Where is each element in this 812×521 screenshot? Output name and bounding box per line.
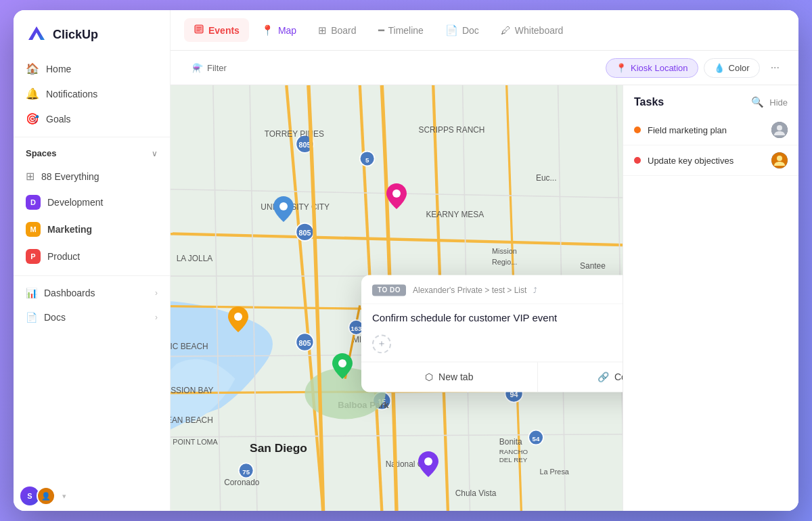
svg-text:54: 54 xyxy=(533,435,540,443)
sidebar-item-development[interactable]: D Development xyxy=(19,189,164,216)
filter-button[interactable]: ⚗️ Filter xyxy=(184,59,235,77)
space-item-label: Marketing xyxy=(47,224,92,235)
svg-text:Bonita: Bonita xyxy=(499,437,522,447)
sidebar-item-product[interactable]: P Product xyxy=(19,243,164,270)
map-pin-purple[interactable] xyxy=(418,451,438,477)
sidebar-item-dashboards[interactable]: 📊 Dashboards › xyxy=(19,281,164,304)
new-tab-label: New tab xyxy=(438,371,473,382)
task-item[interactable]: Field marketing plan xyxy=(623,115,798,145)
sidebar-item-marketing[interactable]: M Marketing xyxy=(19,216,164,243)
tab-board[interactable]: ⊞ Board xyxy=(309,19,365,42)
sidebar-item-goals[interactable]: 🎯 Goals xyxy=(19,106,164,131)
svg-text:805: 805 xyxy=(298,229,311,237)
svg-text:MISSION BAY: MISSION BAY xyxy=(171,386,214,395)
header-tabs: Events 📍 Map ⊞ Board ━ Timeline 📄 Doc 🖊 … xyxy=(171,10,798,51)
popup-assign: ＋ xyxy=(361,332,623,361)
sidebar-item-notifications[interactable]: 🔔 Notifications xyxy=(19,81,164,106)
svg-text:PACIFIC BEACH: PACIFIC BEACH xyxy=(171,342,208,351)
svg-text:SCRIPPS RANCH: SCRIPPS RANCH xyxy=(419,125,485,135)
sidebar-item-home[interactable]: 🏠 Home xyxy=(19,56,164,81)
space-badge-d: D xyxy=(26,195,41,210)
svg-text:LA JOLLA: LA JOLLA xyxy=(177,254,213,263)
map-pin-orange[interactable] xyxy=(228,307,248,332)
sidebar-item-docs[interactable]: 📄 Docs › xyxy=(19,306,164,329)
svg-point-73 xyxy=(777,156,782,161)
docs-left: 📄 Docs xyxy=(26,312,66,323)
svg-text:Euc...: Euc... xyxy=(536,173,556,183)
tab-whiteboard[interactable]: 🖊 Whiteboard xyxy=(491,19,573,41)
svg-text:TORREY PINES: TORREY PINES xyxy=(265,129,324,139)
tab-events[interactable]: Events xyxy=(184,18,249,42)
color-button[interactable]: 💧 Color xyxy=(704,58,760,78)
svg-text:Regio...: Regio... xyxy=(492,258,517,266)
chevron-down-icon[interactable]: ∨ xyxy=(152,149,158,158)
sidebar-item-label: Home xyxy=(46,64,71,74)
tab-label: Events xyxy=(208,25,240,36)
logo-area: ClickUp xyxy=(14,10,170,56)
chevron-right-icon: › xyxy=(155,288,158,298)
avatar-user: 👤 xyxy=(37,486,55,505)
task-avatar xyxy=(771,122,788,138)
color-icon: 💧 xyxy=(714,63,725,73)
task-status-dot xyxy=(634,127,641,133)
svg-text:OCEAN BEACH: OCEAN BEACH xyxy=(171,415,213,425)
dashboard-icon: 📊 xyxy=(26,288,37,298)
space-badge-m: M xyxy=(26,222,41,237)
map-pin-pink[interactable] xyxy=(386,183,407,209)
tab-label: Timeline xyxy=(388,25,424,36)
sidebar-item-label: Notifications xyxy=(46,89,97,99)
popup-title: Confirm schedule for customer VIP event xyxy=(361,304,623,332)
tab-doc[interactable]: 📄 Doc xyxy=(436,19,489,42)
chevron-right-icon-2: › xyxy=(155,313,158,322)
sidebar-item-everything[interactable]: ⊞ 88 Everything xyxy=(19,164,164,189)
svg-text:RANCHO: RANCHO xyxy=(499,448,528,455)
hide-button[interactable]: Hide xyxy=(769,97,788,108)
dashboards-left: 📊 Dashboards xyxy=(26,288,95,298)
user-area[interactable]: S 👤 ▾ xyxy=(14,481,170,511)
task-item[interactable]: Update key objectives xyxy=(623,145,798,176)
events-icon xyxy=(194,24,204,37)
docs-icon: 📄 xyxy=(26,312,37,323)
sidebar-item-label: Goals xyxy=(46,114,71,124)
kiosk-label: Kiosk Location xyxy=(631,63,688,73)
app-container: ClickUp 🏠 Home 🔔 Notifications 🎯 Goals S… xyxy=(14,10,798,511)
svg-text:75: 75 xyxy=(242,468,250,476)
copy-link-label: Copy link xyxy=(614,371,623,382)
sidebar-nav: 🏠 Home 🔔 Notifications 🎯 Goals xyxy=(14,56,170,131)
assign-button[interactable]: ＋ xyxy=(372,334,391,353)
popup-header-left: TO DO Alexander's Private > test > List … xyxy=(372,284,537,296)
more-options-button[interactable]: ··· xyxy=(765,58,785,78)
filter-icon: ⚗️ xyxy=(192,63,203,73)
new-tab-button[interactable]: ⬡ New tab xyxy=(361,362,538,392)
svg-text:5: 5 xyxy=(365,156,369,164)
kiosk-location-button[interactable]: 📍 Kiosk Location xyxy=(606,58,698,78)
svg-point-65 xyxy=(279,202,288,210)
space-badge-p: P xyxy=(26,249,41,264)
tab-label: Board xyxy=(331,25,356,36)
logo-text: ClickUp xyxy=(53,28,98,42)
svg-point-71 xyxy=(777,125,782,131)
whiteboard-icon: 🖊 xyxy=(501,24,511,36)
search-icon[interactable]: 🔍 xyxy=(751,96,764,108)
svg-text:Mission: Mission xyxy=(492,247,517,255)
tasks-panel: Tasks 🔍 Hide Field marketing plan xyxy=(623,85,798,511)
tab-label: Whiteboard xyxy=(515,25,564,36)
docs-label: Docs xyxy=(44,312,66,323)
svg-text:163: 163 xyxy=(351,325,362,332)
grid-icon: ⊞ xyxy=(26,170,35,183)
tab-timeline[interactable]: ━ Timeline xyxy=(369,19,433,42)
svg-text:Coronado: Coronado xyxy=(224,478,260,487)
popup-breadcrumb[interactable]: Alexander's Private > test > List xyxy=(413,286,526,295)
popup-header: TO DO Alexander's Private > test > List … xyxy=(361,275,623,304)
space-item-label: Development xyxy=(47,197,104,208)
doc-icon: 📄 xyxy=(445,24,458,37)
sidebar: ClickUp 🏠 Home 🔔 Notifications 🎯 Goals S… xyxy=(14,10,171,511)
map-pin-blue[interactable] xyxy=(273,196,294,222)
tab-map[interactable]: 📍 Map xyxy=(252,19,306,42)
copy-link-button[interactable]: 🔗 Copy link xyxy=(538,362,623,392)
tasks-title: Tasks xyxy=(634,96,664,108)
sidebar-divider xyxy=(14,137,170,137)
map-container: 805 805 5 52 805 15 94 125 TORRE xyxy=(171,85,798,511)
chevron-down-icon-user: ▾ xyxy=(62,492,66,501)
map-pin-green[interactable] xyxy=(332,353,353,379)
